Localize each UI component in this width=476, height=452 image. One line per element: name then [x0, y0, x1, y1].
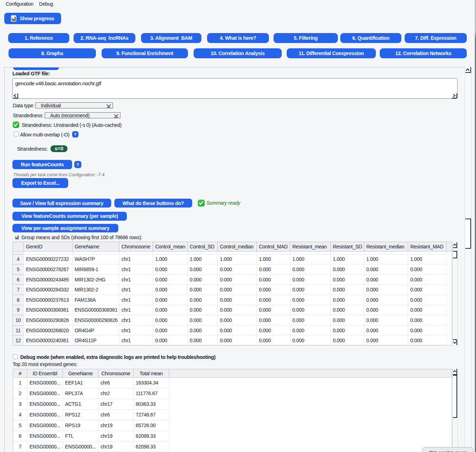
tab-differential-coexpression[interactable]: 11. Differential Coexpression	[287, 48, 376, 58]
menu-configuration[interactable]: Configuration	[6, 1, 33, 7]
cell: 0.000	[257, 285, 290, 295]
group-table-scrollbar[interactable]	[452, 242, 458, 345]
column-header[interactable]: Resistant_SD	[331, 242, 364, 251]
export-excel-button[interactable]: Export to Excel...	[12, 178, 68, 188]
cell: 62099.33	[134, 431, 169, 442]
multi-overlap-checkbox[interactable]	[14, 131, 19, 136]
table-row[interactable]: 1ENSG00000...EEF1A1chr6163304.34	[13, 378, 452, 388]
cell: 0.000	[290, 264, 331, 275]
table-row[interactable]: 5ENSG00000...RPS19chr1965726.00	[13, 420, 452, 431]
table-row[interactable]: 8ENSG00000237613FAM138Achr10.0000.0000.0…	[13, 295, 452, 305]
cell: 0.000	[218, 325, 257, 336]
tab-quantification[interactable]: 6. Quantification	[340, 33, 401, 43]
column-header[interactable]: Resistant_mean	[290, 242, 331, 251]
view-assignment-summary-button[interactable]: View per-sample assignment summary	[12, 224, 118, 232]
table-row[interactable]: 12ENSG00000240361OR4G11Pchr10.0000.0000.…	[13, 335, 452, 346]
view-featurecounts-summary-button[interactable]: View featureCounts summary (per sample)	[12, 212, 127, 221]
column-header[interactable]: GeneID	[24, 242, 72, 251]
what-buttons-do-button[interactable]: What do these buttons do?	[114, 199, 193, 208]
column-header[interactable]: GeneName	[72, 242, 119, 251]
clipped-button-top[interactable]	[13, 68, 59, 70]
column-header[interactable]: Resistant_MAD	[408, 242, 447, 251]
column-header[interactable]: Total mean	[134, 369, 169, 377]
cell: 163304.34	[134, 378, 169, 388]
scroll-down-arrow-icon[interactable]	[453, 339, 457, 345]
cell: 1.000	[188, 254, 218, 265]
menu-debug[interactable]: Debug	[39, 1, 53, 7]
table-row[interactable]: 6ENSG00000243485MIR1302-2HGchr10.0000.00…	[13, 275, 452, 285]
run-featurecounts-help-button[interactable]: ?	[74, 161, 81, 168]
cell: 1.000	[331, 254, 364, 265]
table-row[interactable]: 7ENSG00000284332MIR1302-2chr10.0000.0000…	[13, 285, 452, 295]
debug-mode-label[interactable]: Debug mode (when enabled, extra diagnost…	[20, 354, 216, 360]
scrollbar-thumb[interactable]	[465, 219, 471, 249]
cell: 0.000	[331, 264, 364, 275]
cell: 8	[13, 295, 24, 305]
column-header[interactable]: ID Ensembl	[27, 369, 63, 377]
strandedness-cached-label[interactable]: Strandedness: Unstranded (-s 0) (Auto-ca…	[22, 122, 121, 128]
multi-overlap-help-button[interactable]: ?	[72, 131, 79, 138]
debug-mode-checkbox[interactable]	[13, 354, 18, 359]
column-header[interactable]: Resistant_median	[364, 242, 408, 251]
table-row[interactable]: 4ENSG00000227232WASH7Pchr11.0001.0001.00…	[13, 254, 452, 265]
table-row[interactable]: 6ENSG00000...FTLchr1962099.33	[13, 431, 452, 442]
data-type-select[interactable]: Individual	[36, 102, 113, 108]
column-header[interactable]: Chromosome	[119, 242, 153, 251]
column-header[interactable]: Chromosome	[98, 369, 134, 377]
strandedness-cached-checkbox[interactable]	[13, 122, 19, 129]
table-row[interactable]: 9ENSG00000308361ENSG00000308361chr10.000…	[13, 305, 452, 316]
multi-overlap-label[interactable]: Allow multi-overlap (-O)	[20, 132, 70, 138]
table-row[interactable]: 3ENSG00000...ACTG1chr1780363.33	[13, 399, 452, 410]
scroll-up-arrow-icon[interactable]	[465, 67, 471, 73]
main-scrollbar[interactable]	[465, 67, 472, 452]
table-row[interactable]: 5ENSG00000278267MIR6859-1chr10.0000.0000…	[13, 264, 452, 275]
scroll-up-arrow-icon[interactable]	[453, 369, 457, 375]
top-genes-scrollbar[interactable]	[452, 369, 458, 452]
table-row[interactable]: 11ENSG00000268020OR4G4Pchr10.0000.0000.0…	[13, 325, 452, 336]
tab-alignment-bam[interactable]: 3. Alignment BAM	[141, 33, 201, 43]
scroll-right-arrow-icon[interactable]	[452, 93, 457, 98]
table-row[interactable]: 4ENSG00000...RPS12chr672748.67	[13, 410, 452, 420]
tab-reference[interactable]: 1. Reference	[8, 33, 69, 43]
column-header[interactable]: GeneName	[63, 369, 98, 377]
save-view-summary-button[interactable]: Save / View full expression summary	[12, 199, 111, 208]
cell: ENSG00000227232	[24, 254, 72, 265]
tab-rnaseq-lncrnas[interactable]: 2. RNA-seq lncRNAs	[74, 33, 135, 43]
cell: 0.000	[364, 285, 408, 295]
scrollbar-thumb[interactable]	[453, 375, 457, 418]
column-header[interactable]: Control_mean	[153, 242, 188, 251]
run-featurecounts-button[interactable]: Run featureCounts	[12, 160, 72, 169]
cell: 0.000	[153, 305, 188, 316]
tab-diff-expression[interactable]: 7. Diff. Expression	[405, 33, 467, 43]
cell: 0.000	[257, 315, 290, 325]
tab-graphs[interactable]: 8. Graphs	[9, 48, 96, 58]
summary-ready-status: Summary ready	[206, 200, 240, 206]
column-header[interactable]: Control_SD	[188, 242, 218, 251]
column-header[interactable]: #	[13, 369, 27, 377]
table-row[interactable]: 2ENSG00000...RPL37Achr2111776.67	[13, 388, 452, 399]
tab-filtering[interactable]: 5. Filtering	[274, 33, 338, 43]
group-means-table[interactable]: GeneIDGeneNameChromosomeControl_meanCont…	[12, 242, 452, 345]
tab-correlation-networks[interactable]: 12. Correlation Networks	[380, 48, 467, 58]
cell: 65726.00	[134, 420, 169, 431]
tab-correlation-analysis[interactable]: 10. Correlation Analysis	[194, 48, 282, 58]
column-header[interactable]	[13, 242, 24, 251]
column-header[interactable]: Control_MAD	[257, 242, 290, 251]
scroll-left-arrow-icon[interactable]	[13, 93, 18, 98]
strandedness-select[interactable]: Auto (recommend)	[45, 112, 120, 119]
table-row[interactable]: 7ENSG00000...ENSG00000...chr1962098.33	[13, 441, 452, 452]
show-progress-button[interactable]: Show progress	[4, 13, 61, 24]
cell: 11	[13, 325, 24, 336]
scroll-up-arrow-icon[interactable]	[453, 242, 457, 248]
cell: 0.000	[153, 275, 188, 285]
tab-what-is-here[interactable]: 4. What is here?	[207, 33, 269, 43]
top-genes-table[interactable]: #ID EnsemblGeneNameChromosomeTotal mean1…	[13, 369, 452, 452]
bottom-right-popup[interactable]: Ctrl+scroll to zoom	[422, 447, 474, 452]
tab-functional-enrichment[interactable]: 9. Functional Enrichment	[102, 48, 188, 58]
scrollbar-thumb[interactable]	[453, 251, 457, 258]
top-genes-title: Top 20 most expressed genes:	[13, 361, 77, 367]
column-header[interactable]: Control_median	[218, 242, 257, 251]
cell: 1.000	[153, 254, 188, 265]
gtf-file-textbox[interactable]: gencode.v48.basic.annotation.nochr.gtf	[12, 78, 458, 99]
table-row[interactable]: 10ENSG00000290826ENSG00000290826chr10.00…	[13, 315, 452, 325]
